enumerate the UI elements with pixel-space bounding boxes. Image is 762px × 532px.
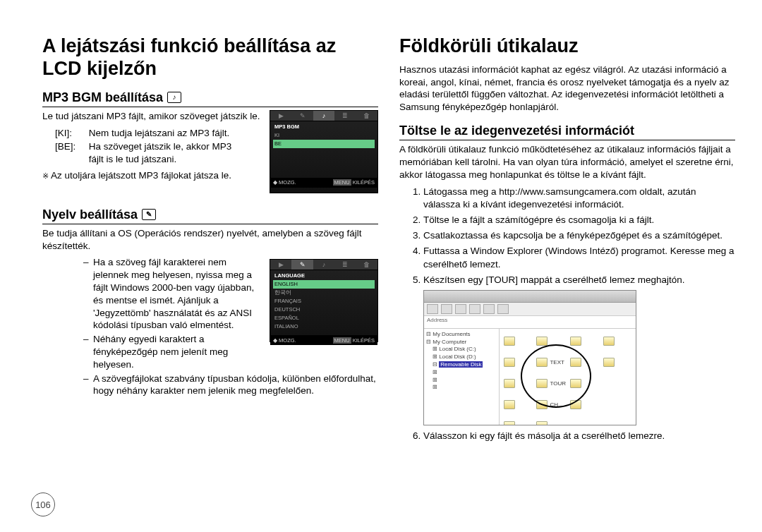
folder-icon: [504, 358, 515, 367]
toolbar-button-icon: [469, 304, 480, 314]
download-intro: A földkörüli útikalauz funkció működteté…: [399, 143, 735, 181]
right-column: Földkörüli útikalauz Hasznos utazási inf…: [399, 35, 735, 518]
windows-explorer-screenshot: Address My Documents My Computer Local D…: [423, 290, 636, 425]
list-item: Ha a szöveg fájl karakterei nem jelennek…: [83, 256, 378, 332]
folder-icon: [536, 421, 548, 425]
device-tab-icon: ✎: [291, 111, 313, 121]
toolbar-button-icon: [427, 304, 438, 314]
pencil-icon: ✎: [142, 209, 156, 220]
folder-tree: My Documents My Computer Local Disk (C:)…: [424, 329, 500, 425]
download-heading: Töltse le az idegenvezetési információt: [399, 123, 735, 140]
device-tab-icon: ▶: [270, 111, 291, 121]
folder-icon: [570, 358, 581, 367]
folder-icon: [536, 358, 548, 367]
steps-list-continued: Válasszon ki egy fájlt és másolja át a c…: [399, 430, 735, 443]
folder-icon: [504, 421, 515, 425]
list-item: Futtassa a Window Explorer (Windows Inté…: [423, 245, 735, 272]
folder-icon: [504, 337, 515, 346]
right-intro: Hasznos utazási információt kaphat az eg…: [399, 64, 735, 114]
mp3-bgm-heading: MP3 BGM beállítása ♪: [42, 90, 378, 107]
folder-icon: [536, 379, 548, 388]
list-item: Látogassa meg a http://www.samsungcamera…: [423, 186, 735, 212]
folder-icon: [603, 358, 615, 367]
music-icon: ♪: [167, 92, 181, 103]
list-item: Néhány egyedi karaktert a fényképezőgép …: [83, 333, 378, 370]
list-item: Csatlakoztassa és kapcsolja be a fénykép…: [423, 229, 735, 243]
folder-grid: x x x x x TEXT x x x TOUR x x CH x: [500, 329, 636, 425]
device-mp3bgm-screenshot: ▶ ✎ ♪ ≣ 🗑 MP3 BGM KI BE ◆ MOZG. MENU: [270, 110, 378, 193]
toolbar-button-icon: [497, 304, 509, 314]
folder-icon: [603, 337, 615, 346]
device-tab-icon: ≣: [334, 111, 356, 121]
list-item: Töltse le a fájlt a számítógépre és csom…: [423, 214, 735, 227]
toolbar-button-icon: [441, 304, 452, 314]
page-number: 106: [31, 492, 55, 516]
steps-list: Látogassa meg a http://www.samsungcamera…: [399, 186, 735, 287]
address-bar: Address: [424, 316, 636, 329]
device-tab-icon: 🗑: [356, 111, 377, 121]
language-heading: Nyelv beállítása ✎: [42, 207, 378, 224]
list-item: Válasszon ki egy fájlt és másolja át a c…: [423, 430, 735, 443]
device-tab-icon: ♪: [313, 111, 334, 121]
toolbar-button-icon: [483, 304, 495, 314]
folder-icon: [570, 400, 581, 409]
toolbar-button-icon: [455, 304, 466, 314]
right-title: Földkörüli útikalauz: [399, 35, 735, 58]
list-item: Készítsen egy [TOUR] mappát a cserélhető…: [423, 274, 735, 287]
language-intro: Be tudja állítani a OS (Operációs rendsz…: [42, 227, 378, 253]
list-item: A szövegfájlokat szabvány típusban kódol…: [83, 373, 378, 398]
folder-icon: [536, 337, 548, 346]
left-column: A lejátszási funkció beállítása az LCD k…: [42, 35, 378, 518]
left-title: A lejátszási funkció beállítása az LCD k…: [42, 35, 378, 80]
folder-icon: [570, 337, 581, 346]
folder-icon: [570, 379, 581, 388]
folder-icon: [536, 400, 548, 409]
folder-icon: [504, 400, 515, 409]
folder-icon: [504, 379, 515, 388]
